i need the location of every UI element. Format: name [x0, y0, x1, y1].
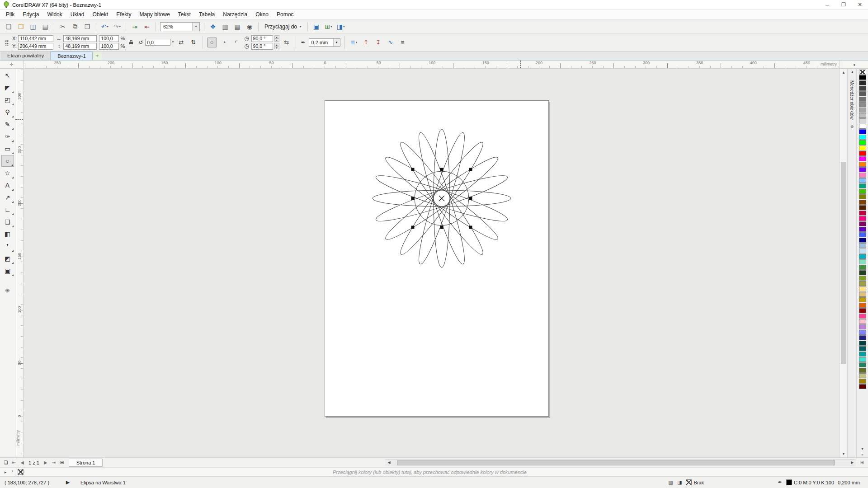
close-button[interactable]: ✕ — [852, 0, 868, 10]
v-ruler[interactable]: milimetry 300250200150100500 — [15, 69, 24, 457]
color-swatch[interactable] — [859, 200, 866, 205]
menu-pomoc[interactable]: Pomoc — [273, 10, 297, 19]
color-swatch[interactable] — [859, 86, 866, 91]
color-swatch[interactable] — [859, 308, 866, 313]
menu-narzędzia[interactable]: Narzędzia — [219, 10, 251, 19]
color-swatch[interactable] — [859, 319, 866, 324]
menu-mapy-bitowe[interactable]: Mapy bitowe — [135, 10, 174, 19]
change-direction-button[interactable]: ⇆ — [282, 38, 292, 47]
outline-width-caret-icon[interactable]: ▾ — [333, 39, 340, 46]
color-swatch[interactable] — [859, 221, 866, 226]
crop-tool[interactable]: ◰ — [1, 94, 14, 106]
menu-efekty[interactable]: Efekty — [112, 10, 135, 19]
rotation-angle-input[interactable]: 0,0 — [145, 39, 170, 46]
start-angle-spinner[interactable]: ▴▾ — [274, 35, 279, 42]
document-palette-flyout-icon[interactable]: ▸ — [2, 469, 9, 476]
color-swatch[interactable] — [859, 357, 866, 362]
text-tool[interactable]: A — [1, 179, 14, 191]
lock-ratio-button[interactable] — [127, 36, 135, 49]
color-swatch[interactable] — [859, 254, 866, 259]
show-rulers-button[interactable]: ▥ — [219, 21, 231, 32]
last-page-button[interactable]: ⇥ — [50, 459, 58, 467]
color-swatch[interactable] — [859, 384, 866, 389]
color-swatch[interactable] — [859, 75, 866, 80]
color-swatch[interactable] — [859, 362, 866, 367]
color-swatch[interactable] — [859, 276, 866, 281]
menu-edycja[interactable]: Edycja — [19, 10, 43, 19]
color-swatch[interactable] — [859, 97, 866, 102]
next-page-button[interactable]: ▶ — [42, 459, 50, 467]
color-swatch[interactable] — [859, 211, 866, 216]
import-button[interactable]: ⇥ — [129, 21, 141, 32]
caret-icon[interactable]: ▾ — [107, 25, 109, 28]
fullscreen-preview-button[interactable]: ❖ — [207, 21, 219, 32]
document-palette-eyedropper-icon[interactable]: ❜ — [9, 469, 16, 476]
color-swatch[interactable] — [859, 368, 866, 373]
corel-sites-button[interactable]: ◨▾ — [335, 21, 347, 32]
zoom-tool[interactable]: ⚲ — [1, 106, 14, 118]
menu-widok[interactable]: Widok — [43, 10, 66, 19]
cut-button[interactable]: ✂ — [57, 21, 69, 32]
color-swatch[interactable] — [859, 151, 866, 156]
color-swatch[interactable] — [859, 167, 866, 172]
page-tab-strona-1[interactable]: Strona 1 — [69, 459, 103, 467]
color-swatch[interactable] — [859, 232, 866, 237]
object-height-input[interactable]: 48,169 mm — [63, 43, 97, 50]
shape-tool[interactable]: ◤ — [1, 82, 14, 94]
horizontal-scroll-thumb[interactable] — [397, 460, 835, 465]
color-swatch[interactable] — [859, 189, 866, 194]
page-flag-icon[interactable]: ❏ — [2, 459, 10, 467]
color-swatch[interactable] — [859, 379, 866, 384]
application-launcher-button[interactable]: ⊞▾ — [323, 21, 335, 32]
color-swatch[interactable] — [859, 118, 866, 123]
scroll-up-button[interactable]: ▲ — [840, 69, 847, 76]
docker-collapse-button[interactable]: ◂ — [851, 70, 853, 76]
h-ruler[interactable]: milimetry 250200150100500501001502002503… — [24, 61, 840, 68]
color-swatch[interactable] — [859, 162, 866, 167]
color-swatch[interactable] — [859, 194, 866, 199]
color-swatch[interactable] — [859, 135, 866, 140]
fill-status-icon[interactable]: ◨ — [675, 479, 684, 487]
color-swatch[interactable] — [859, 178, 866, 183]
quick-customize-button[interactable]: ⊕ — [850, 124, 854, 131]
no-color-swatch[interactable] — [859, 70, 866, 75]
color-swatch[interactable] — [859, 91, 866, 96]
color-eyedropper-tool[interactable]: ❜ — [1, 240, 14, 252]
rectangle-tool[interactable]: ▭ — [1, 143, 14, 155]
ellipse-tool[interactable]: ○ — [1, 155, 14, 167]
color-swatch[interactable] — [859, 265, 866, 270]
color-swatch[interactable] — [859, 243, 866, 248]
outline-color-swatch[interactable] — [786, 479, 792, 485]
docker-expand-button[interactable]: ◂ — [840, 61, 868, 68]
y-position-input[interactable]: 206,449 mm — [18, 43, 53, 50]
paste-button[interactable]: ❐ — [81, 21, 93, 32]
redo-button[interactable]: ↷▾ — [111, 21, 123, 32]
ruler-origin-button[interactable]: ✛ — [0, 61, 24, 68]
new-document-button[interactable]: ❑ — [3, 21, 14, 32]
color-swatch[interactable] — [859, 140, 866, 145]
undo-button[interactable]: ↶▾ — [99, 21, 111, 32]
menu-plik[interactable]: Plik — [2, 10, 19, 19]
snap-to-button[interactable]: Przyciągaj do▾ — [261, 22, 305, 32]
pick-tool[interactable]: ↖ — [1, 70, 14, 81]
vertical-scroll-thumb[interactable] — [841, 162, 846, 364]
end-angle-spinner[interactable]: ▴▾ — [274, 43, 279, 49]
save-button[interactable]: ◫ — [27, 21, 39, 32]
color-swatch[interactable] — [859, 173, 866, 178]
color-swatch[interactable] — [859, 373, 866, 378]
export-button[interactable]: ⇤ — [141, 21, 153, 32]
new-document-tab-button[interactable]: + — [93, 52, 102, 60]
start-angle-input[interactable]: 90,0 ° — [251, 35, 273, 42]
outline-width-combo[interactable]: 0,2 mm ▾ — [309, 38, 340, 47]
print-button[interactable]: ▤ — [39, 21, 51, 32]
document-navigator-button[interactable]: ⊞ — [858, 459, 866, 467]
color-swatch[interactable] — [859, 330, 866, 335]
color-swatch[interactable] — [859, 335, 866, 340]
polygon-tool[interactable]: ☆ — [1, 167, 14, 179]
color-swatch[interactable] — [859, 205, 866, 210]
color-swatch[interactable] — [859, 238, 866, 243]
freehand-tool[interactable]: ✎ — [1, 118, 14, 130]
show-guidelines-button[interactable]: ◉ — [244, 21, 255, 32]
vertical-scrollbar[interactable]: ▲ ▼ — [840, 69, 847, 457]
caret-icon[interactable]: ▾ — [119, 25, 121, 28]
